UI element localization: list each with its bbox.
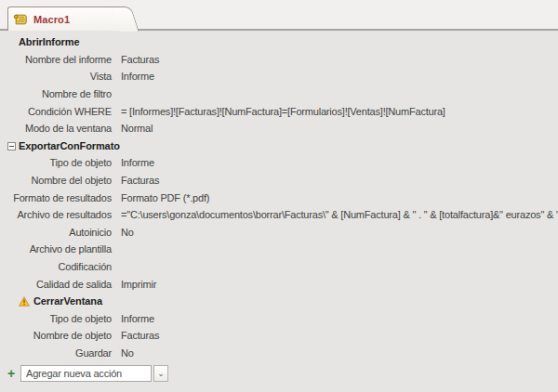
- chevron-down-icon[interactable]: ⌄: [153, 365, 168, 382]
- argument-value[interactable]: Informe: [121, 313, 558, 324]
- action-header-exportarconformato[interactable]: ExportarConFormato: [0, 137, 558, 155]
- argument-label: Nombre de filtro: [0, 88, 112, 99]
- action-name: CerrarVentana: [33, 295, 102, 307]
- argument-label: Nombre del informe: [0, 54, 112, 65]
- action-header-cerrarventana[interactable]: CerrarVentana: [0, 293, 558, 310]
- argument-label: Guardar: [0, 347, 112, 359]
- argument-value[interactable]: No: [121, 227, 558, 238]
- argument-row: Condición WHERE = [Informes]![Facturas]!…: [0, 102, 558, 120]
- action-name: ExportarConFormato: [19, 140, 120, 151]
- argument-row: Modo de la ventana Normal: [0, 120, 558, 137]
- add-action-combobox[interactable]: [20, 365, 152, 382]
- argument-label: Vista: [0, 71, 112, 82]
- argument-value[interactable]: ="C:\users\gonza\documentos\borrar\Factu…: [121, 209, 558, 220]
- warning-icon: [19, 296, 30, 308]
- argument-label: Codificación: [0, 261, 112, 272]
- argument-label: Tipo de objeto: [0, 313, 112, 324]
- argument-label: Formato de resultados: [0, 192, 112, 203]
- argument-value[interactable]: Facturas: [121, 330, 558, 341]
- collapse-icon[interactable]: [7, 142, 16, 150]
- argument-row: Nombre del informe Facturas: [0, 51, 558, 69]
- argument-row: Vista Informe: [0, 68, 558, 85]
- argument-label: Autoinicio: [0, 227, 112, 238]
- argument-row: Autoinicio No: [0, 224, 558, 242]
- argument-row: Archivo de plantilla: [0, 241, 558, 258]
- argument-label: Modo de la ventana: [0, 123, 112, 134]
- argument-row: Nombre de objeto Facturas: [0, 327, 558, 345]
- argument-label: Nombre del objeto: [0, 175, 112, 186]
- argument-row: Tipo de objeto Informe: [0, 154, 558, 172]
- add-action-plus-icon[interactable]: +: [7, 367, 20, 380]
- macro-icon: [13, 12, 28, 27]
- macro-designer: AbrirInforme Nombre del informe Facturas…: [0, 31, 558, 383]
- argument-label: Calidad de salida: [0, 279, 112, 290]
- argument-label: Archivo de resultados: [0, 209, 112, 220]
- argument-label: Archivo de plantilla: [0, 243, 112, 255]
- argument-label: Condición WHERE: [0, 106, 112, 117]
- tab-label: Macro1: [33, 14, 70, 25]
- argument-row: Nombre de filtro: [0, 85, 558, 103]
- argument-value[interactable]: Normal: [121, 123, 558, 134]
- argument-row: Archivo de resultados ="C:\users\gonza\d…: [0, 206, 558, 224]
- argument-value[interactable]: No: [121, 347, 558, 359]
- argument-row: Tipo de objeto Informe: [0, 310, 558, 328]
- add-action-row: + ⌄: [0, 364, 558, 383]
- action-header-abririnforme[interactable]: AbrirInforme: [0, 33, 558, 51]
- argument-row: Calidad de salida Imprimir: [0, 275, 558, 293]
- argument-value[interactable]: Informe: [121, 157, 558, 168]
- argument-label: Tipo de objeto: [0, 157, 112, 168]
- argument-value[interactable]: = [Informes]![Facturas]![NumFactura]=[Fo…: [121, 106, 558, 117]
- argument-value[interactable]: Facturas: [121, 175, 558, 186]
- argument-value[interactable]: Informe: [121, 71, 558, 82]
- document-tab-bar: Macro1: [0, 0, 558, 31]
- argument-row: Nombre del objeto Facturas: [0, 172, 558, 189]
- action-name: AbrirInforme: [19, 36, 79, 47]
- argument-value[interactable]: Formato PDF (*.pdf): [121, 192, 558, 203]
- argument-label: Nombre de objeto: [0, 330, 112, 341]
- argument-value[interactable]: Facturas: [121, 54, 558, 65]
- tab-macro1[interactable]: Macro1: [7, 7, 121, 31]
- argument-value[interactable]: Imprimir: [121, 279, 558, 290]
- argument-row: Formato de resultados Formato PDF (*.pdf…: [0, 189, 558, 206]
- argument-row: Codificación: [0, 258, 558, 276]
- argument-row: Guardar No: [0, 345, 558, 362]
